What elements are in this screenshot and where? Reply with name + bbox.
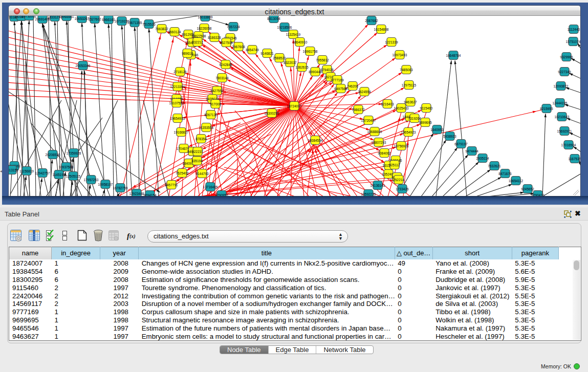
svg-text:10756928: 10756928 [394, 144, 409, 148]
svg-text:9115460: 9115460 [420, 106, 433, 110]
svg-text:16033809: 16033809 [198, 16, 213, 19]
svg-text:16961758: 16961758 [303, 50, 318, 53]
svg-text:18827508: 18827508 [191, 34, 206, 38]
svg-text:12213369: 12213369 [170, 85, 185, 89]
svg-text:17016504: 17016504 [561, 143, 576, 147]
svg-text:835194: 835194 [191, 159, 203, 163]
svg-text:10688609: 10688609 [367, 130, 382, 134]
svg-text:(x): (x) [129, 233, 136, 239]
svg-text:11353554: 11353554 [199, 126, 214, 129]
svg-text:10973493: 10973493 [393, 53, 407, 57]
svg-text:12093872: 12093872 [554, 84, 569, 88]
svg-text:5938923: 5938923 [443, 135, 456, 138]
svg-text:7625402: 7625402 [176, 171, 189, 175]
svg-text:16107553: 16107553 [169, 101, 184, 105]
svg-text:8427552: 8427552 [210, 89, 224, 93]
svg-text:8215955: 8215955 [540, 107, 553, 111]
svg-text:7319264: 7319264 [408, 117, 421, 120]
svg-text:9660124: 9660124 [168, 30, 181, 34]
svg-text:7515526: 7515526 [142, 23, 156, 26]
svg-text:917006: 917006 [210, 102, 221, 106]
svg-text:19654933: 19654933 [170, 117, 185, 120]
svg-text:8813054: 8813054 [267, 17, 280, 20]
svg-text:13716485: 13716485 [203, 185, 218, 189]
svg-text:1733426: 1733426 [396, 187, 409, 191]
svg-text:1145195: 1145195 [53, 173, 66, 177]
svg-text:14136141: 14136141 [371, 184, 385, 187]
svg-text:11156819: 11156819 [19, 169, 34, 173]
svg-text:10025433: 10025433 [394, 106, 409, 110]
svg-text:3913159: 3913159 [9, 168, 18, 172]
svg-text:20053346: 20053346 [76, 64, 91, 68]
svg-text:6497568: 6497568 [334, 87, 347, 91]
svg-text:7803144: 7803144 [215, 76, 229, 80]
svg-text:17359928: 17359928 [67, 151, 81, 155]
svg-text:6966160: 6966160 [102, 18, 115, 21]
svg-text:16782759: 16782759 [113, 186, 128, 190]
svg-text:8790410: 8790410 [531, 193, 545, 196]
svg-text:10937588: 10937588 [59, 165, 74, 169]
svg-text:15692971: 15692971 [557, 129, 572, 133]
svg-text:8290953: 8290953 [215, 193, 228, 196]
svg-text:10592235: 10592235 [361, 192, 376, 196]
svg-text:8186328: 8186328 [208, 36, 221, 39]
svg-text:10653267: 10653267 [75, 17, 90, 20]
svg-text:8990448: 8990448 [309, 70, 322, 74]
svg-text:7632621: 7632621 [488, 164, 501, 168]
svg-text:1167535: 1167535 [569, 157, 580, 161]
svg-text:9899695: 9899695 [419, 121, 432, 124]
svg-text:7357224: 7357224 [227, 25, 240, 29]
svg-text:8454749: 8454749 [246, 48, 259, 52]
svg-text:9144793: 9144793 [195, 172, 209, 176]
svg-text:9777169: 9777169 [331, 78, 344, 82]
svg-text:19965561: 19965561 [59, 16, 74, 18]
svg-text:9245652: 9245652 [521, 187, 534, 191]
svg-text:9227349: 9227349 [558, 70, 571, 74]
svg-text:9329966: 9329966 [560, 55, 573, 59]
svg-text:2588520: 2588520 [273, 56, 286, 60]
svg-text:20732052: 20732052 [22, 16, 37, 18]
svg-text:7663822: 7663822 [155, 27, 168, 31]
svg-text:18640910: 18640910 [293, 40, 308, 44]
svg-text:18807293: 18807293 [372, 141, 386, 144]
svg-text:2967608: 2967608 [232, 45, 245, 49]
svg-text:8471676: 8471676 [498, 172, 512, 176]
svg-text:2935114: 2935114 [476, 157, 489, 160]
svg-text:10958107: 10958107 [98, 183, 113, 186]
svg-text:7955812: 7955812 [316, 58, 329, 62]
svg-text:746206: 746206 [347, 84, 358, 88]
svg-text:2087682: 2087682 [365, 19, 378, 23]
svg-text:9527508: 9527508 [220, 41, 233, 45]
svg-text:8322037: 8322037 [284, 61, 297, 64]
svg-text:6879197: 6879197 [454, 142, 468, 146]
svg-text:19654923: 19654923 [401, 130, 416, 134]
svg-text:2718126: 2718126 [173, 70, 187, 74]
svg-text:1362615: 1362615 [295, 65, 309, 69]
svg-text:252214: 252214 [393, 178, 404, 182]
svg-text:925112: 925112 [389, 163, 400, 167]
svg-text:16648784: 16648784 [446, 54, 461, 57]
svg-text:1112443: 1112443 [568, 28, 580, 31]
svg-text:9694154: 9694154 [143, 193, 157, 196]
svg-text:12444195: 12444195 [553, 101, 568, 105]
svg-text:878354: 878354 [195, 137, 207, 141]
svg-text:17957253: 17957253 [84, 178, 99, 182]
svg-text:989618: 989618 [182, 52, 193, 55]
svg-text:1221339: 1221339 [385, 40, 398, 44]
svg-text:10654112: 10654112 [509, 179, 524, 183]
svg-text:8267130: 8267130 [204, 113, 217, 117]
svg-text:12975115: 12975115 [402, 83, 417, 87]
svg-text:1527602: 1527602 [88, 17, 101, 21]
svg-text:18300295: 18300295 [265, 112, 279, 115]
svg-text:3624554: 3624554 [358, 90, 371, 94]
svg-text:9084062: 9084062 [378, 151, 391, 155]
svg-text:6794028: 6794028 [320, 68, 334, 72]
svg-text:9463627: 9463627 [404, 100, 417, 104]
svg-text:18226058: 18226058 [197, 27, 212, 30]
svg-text:19166827: 19166827 [174, 130, 189, 134]
svg-text:7485063: 7485063 [400, 68, 413, 72]
svg-text:12923448: 12923448 [129, 192, 144, 195]
svg-text:19218506: 19218506 [277, 26, 292, 29]
svg-text:1640953: 1640953 [430, 128, 444, 132]
svg-text:12942757: 12942757 [35, 171, 50, 175]
